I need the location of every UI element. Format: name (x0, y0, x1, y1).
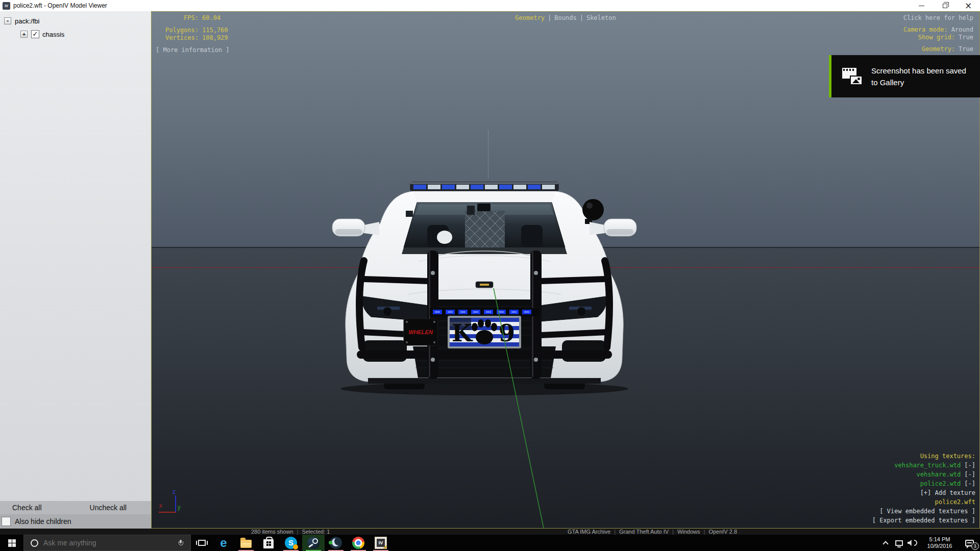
show-grid-value: True (959, 34, 973, 41)
chrome-icon (352, 537, 364, 549)
tray-time: 5:14 PM (924, 536, 955, 543)
viewer-settings-overlay: Click here for help Camera mode:Around S… (903, 14, 973, 53)
vertices-value: 108,929 (202, 34, 230, 42)
cortana-search-box[interactable] (23, 535, 191, 551)
status-bar: 280 items shown|Selected: 1 GTA IMG Arch… (0, 529, 980, 535)
restore-button[interactable] (933, 0, 957, 11)
mode-bounds[interactable]: Bounds (554, 14, 576, 21)
taskbar-store-button[interactable] (257, 535, 280, 551)
also-hide-children-checkbox[interactable] (2, 517, 11, 526)
camera-mode-value: Around (951, 26, 973, 33)
action-center-button[interactable]: 1 (961, 535, 978, 551)
window-title: police2.wft - OpenIV Model Viewer (13, 2, 107, 9)
using-textures-header: Using textures: (872, 452, 975, 461)
render-stats-overlay: FPS: 60.04 Polygons: 115,760 Vertices: 1… (156, 14, 230, 54)
screenshot-saved-toast[interactable]: Screenshot has been saved to Gallery (829, 55, 980, 97)
collapse-expander-icon[interactable]: - (4, 17, 11, 24)
taskbar-skype-button[interactable]: S (280, 535, 302, 551)
textures-panel: Using textures: vehshare_truck.wtd[-] ve… (872, 452, 975, 525)
steam-icon (307, 537, 320, 549)
close-icon: × (965, 2, 972, 10)
speaker-wave-icon (914, 540, 917, 546)
openiv-icon: IV (375, 537, 387, 549)
task-view-icon (198, 540, 206, 546)
network-button[interactable] (892, 535, 905, 551)
taskbar-edge-button[interactable]: e (212, 535, 235, 551)
model-tree-sidebar: - pack:/fbi + ✓ chassis Check all Unchec… (0, 11, 151, 529)
render-mode-tabs: Geometry|Bounds|Skeleton (515, 14, 616, 21)
view-embedded-textures-button[interactable]: [ View embedded textures ] (872, 507, 975, 516)
axis-y-label: y (177, 504, 181, 511)
geometry-value: True (959, 45, 973, 53)
openiv-app-icon: IV (3, 2, 10, 10)
tree-node-label: chassis (42, 31, 64, 38)
plate-letter-k: K (452, 319, 473, 347)
microphone-icon[interactable] (179, 540, 183, 546)
axis-z-label: z (172, 488, 176, 495)
export-embedded-textures-button[interactable]: [ Export embedded textures ] (872, 516, 975, 525)
tree-node-label: pack:/fbi (15, 17, 39, 25)
uncheck-all-button[interactable]: Uncheck all (90, 504, 127, 512)
start-button[interactable] (0, 535, 23, 551)
check-all-button[interactable]: Check all (12, 504, 42, 512)
remove-texture-button[interactable]: [-] (964, 471, 975, 478)
axis-x-line (159, 512, 176, 513)
windows-taskbar: e S IV 5:14 PM 10/9/2016 1 (0, 535, 980, 551)
vertices-label: Vertices: (156, 34, 199, 42)
search-input[interactable] (43, 539, 179, 547)
tree-node-chassis[interactable]: + ✓ chassis (0, 28, 151, 41)
chassis-checkbox[interactable]: ✓ (31, 30, 39, 38)
tray-date: 10/9/2016 (924, 543, 955, 549)
toast-message: Screenshot has been saved to Gallery (871, 65, 966, 88)
minimize-icon (919, 6, 924, 6)
mode-skeleton[interactable]: Skeleton (586, 14, 616, 21)
daemon-status-dot (329, 541, 332, 544)
model-tree: - pack:/fbi + ✓ chassis (0, 11, 151, 41)
task-view-button[interactable] (191, 535, 212, 551)
fps-label: FPS: (156, 14, 199, 22)
remove-texture-button[interactable]: [-] (964, 462, 975, 469)
network-icon (895, 540, 903, 546)
clock[interactable]: 5:14 PM 10/9/2016 (924, 536, 955, 549)
close-button[interactable]: × (957, 0, 980, 11)
notification-badge: 1 (971, 542, 979, 550)
toast-accent-bar (829, 55, 831, 97)
add-texture-button[interactable]: [+] Add texture (872, 488, 975, 497)
texture-item: vehshare.wtd[-] (872, 470, 975, 479)
store-icon (263, 539, 274, 548)
polygons-label: Polygons: (156, 27, 199, 34)
status-selected: Selected: 1 (302, 529, 330, 535)
status-context: GTA IMG Archive|Grand Theft Auto IV|Wind… (568, 529, 737, 535)
expand-expander-icon[interactable]: + (20, 31, 28, 38)
taskbar-daemon-tools-button[interactable] (325, 535, 347, 551)
axis-z-line (175, 495, 176, 512)
edge-icon: e (220, 537, 227, 549)
polygons-value: 115,760 (202, 27, 230, 34)
tree-actions-bar: Check all Uncheck all (0, 501, 151, 514)
taskbar-chrome-button[interactable] (347, 535, 370, 551)
remove-texture-button[interactable]: [-] (964, 480, 975, 487)
speaker-icon (908, 540, 913, 546)
volume-button[interactable] (905, 535, 919, 551)
taskbar-file-explorer-button[interactable] (235, 535, 257, 551)
plate-digit-9: 9 (499, 319, 515, 347)
taskbar-openiv-button[interactable]: IV (370, 535, 392, 551)
tree-node-pack-fbi[interactable]: - pack:/fbi (0, 14, 151, 28)
title-bar: IV police2.wft - OpenIV Model Viewer × (0, 0, 980, 11)
mode-geometry[interactable]: Geometry (515, 14, 545, 21)
window-controls: × (910, 0, 980, 11)
help-link[interactable]: Click here for help (903, 14, 973, 22)
taskbar-steam-button[interactable] (302, 535, 325, 551)
more-information-link[interactable]: [ More information ] (156, 46, 230, 54)
also-hide-children-row: Also hide children (0, 514, 151, 529)
also-hide-children-label: Also hide children (15, 517, 71, 525)
axis-gizmo: z x y (159, 488, 185, 515)
status-items-shown: 280 items shown|Selected: 1 (251, 529, 330, 535)
minimize-button[interactable] (910, 0, 933, 11)
tray-overflow-button[interactable] (879, 535, 892, 551)
axis-x-label: x (159, 502, 162, 509)
system-tray: 5:14 PM 10/9/2016 1 (879, 535, 978, 551)
car-antenna-line (488, 130, 488, 179)
skype-icon: S (285, 537, 297, 549)
screenshot-gallery-icon (842, 68, 863, 85)
